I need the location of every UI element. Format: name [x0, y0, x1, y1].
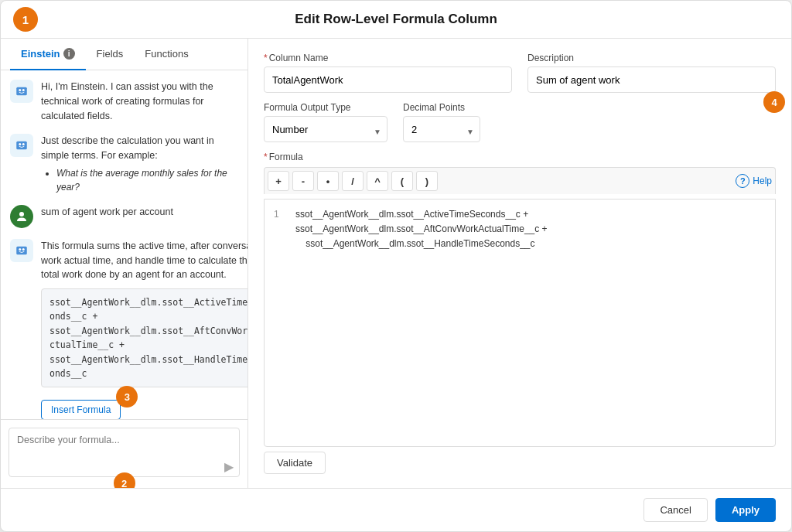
formula-suggestion: ssot__AgentWork__dlm.ssot__ActiveTimeSec… — [41, 288, 248, 387]
svg-point-5 — [22, 143, 25, 145]
line-number-1: 1 — [274, 207, 286, 252]
modal-title: Edit Row-Level Formula Column — [295, 12, 497, 26]
modal-footer: Cancel Apply — [1, 488, 791, 531]
validate-button[interactable]: Validate — [264, 452, 326, 474]
output-type-wrapper: Formula Output Type Number Text Date Boo… — [264, 102, 387, 142]
bot-avatar-2 — [10, 134, 33, 157]
apply-button[interactable]: Apply — [715, 498, 776, 522]
step-badge-4: 4 — [763, 91, 785, 113]
tab-fields[interactable]: Fields — [86, 39, 135, 70]
formula-close-paren-btn[interactable]: ) — [416, 171, 438, 191]
formula-line-1: 1 ssot__AgentWork__dlm.ssot__ActiveTimeS… — [274, 207, 766, 252]
decimal-points-wrapper: Decimal Points 2 0 1 3 4 5 ▼ — [403, 102, 480, 142]
step-badge-3: 3 — [116, 386, 138, 408]
formula-multiply-btn[interactable]: • — [317, 171, 339, 191]
bot-avatar-1 — [10, 80, 33, 103]
formula-input-area: ▶ 2 — [1, 419, 248, 488]
einstein-info-icon: i — [63, 48, 75, 60]
bot-avatar-3 — [10, 239, 33, 262]
decimal-points-select[interactable]: 2 0 1 3 4 5 — [403, 116, 480, 142]
right-panel: *Column Name Description Formula Output … — [248, 39, 791, 488]
description-input[interactable] — [527, 66, 776, 93]
cancel-button[interactable]: Cancel — [644, 498, 707, 522]
chat-bubble-2: Just describe the calculation you want i… — [41, 134, 238, 194]
left-panel: Einstein i Fields Functions — [1, 39, 248, 488]
form-row-2: Formula Output Type Number Text Date Boo… — [264, 102, 776, 142]
step-badge-1: 1 — [13, 7, 38, 32]
formula-power-btn[interactable]: ^ — [367, 171, 388, 191]
description-label: Description — [527, 53, 776, 63]
column-name-input[interactable] — [264, 66, 512, 93]
formula-minus-btn[interactable]: - — [292, 171, 314, 191]
chat-message-1: Hi, I'm Einstein. I can assist you with … — [10, 80, 238, 123]
formula-label: *Formula — [264, 152, 776, 162]
formula-describe-input[interactable] — [9, 428, 240, 477]
description-field: Description — [527, 53, 776, 93]
svg-rect-7 — [16, 247, 27, 255]
svg-point-4 — [19, 143, 21, 145]
formula-code-line1: ssot__AgentWork__dlm.ssot__ActiveTimeSec… — [295, 207, 766, 252]
chat-area: Hi, I'm Einstein. I can assist you with … — [1, 70, 248, 419]
edit-formula-modal: 1 Edit Row-Level Formula Column Einstein… — [0, 0, 792, 532]
formula-editor[interactable]: 1 ssot__AgentWork__dlm.ssot__ActiveTimeS… — [264, 199, 776, 447]
chat-bubble-user: sum of agent work per account — [41, 205, 173, 220]
tab-functions[interactable]: Functions — [134, 39, 199, 70]
formula-divide-btn[interactable]: / — [342, 171, 364, 191]
formula-toolbar: + - • / ^ ( ) ? Help — [264, 167, 776, 194]
chat-bubble-1: Hi, I'm Einstein. I can assist you with … — [41, 80, 238, 123]
decimal-points-label: Decimal Points — [403, 102, 480, 113]
chat-message-3: This formula sums the active time, after… — [10, 239, 238, 419]
chat-example: What is the average monthly sales for th… — [56, 166, 238, 194]
modal-header: 1 Edit Row-Level Formula Column — [1, 1, 791, 39]
form-row-1: *Column Name Description — [264, 53, 776, 93]
column-name-label: *Column Name — [264, 53, 512, 63]
svg-point-1 — [19, 89, 21, 91]
svg-point-8 — [19, 248, 21, 251]
formula-section: *Formula + - • / ^ ( ) ? Help — [264, 152, 776, 474]
step-badge-2: 2 — [114, 472, 135, 488]
formula-open-paren-btn[interactable]: ( — [391, 171, 413, 191]
svg-point-2 — [22, 89, 25, 91]
help-icon: ? — [736, 174, 749, 188]
column-name-field: *Column Name — [264, 53, 512, 93]
modal-body: Einstein i Fields Functions — [1, 39, 791, 488]
svg-rect-0 — [16, 87, 27, 96]
tab-bar: Einstein i Fields Functions — [1, 39, 248, 70]
chat-bubble-3: This formula sums the active time, after… — [41, 239, 248, 419]
formula-help-link[interactable]: ? Help — [736, 174, 772, 188]
insert-formula-button[interactable]: Insert Formula — [41, 400, 121, 419]
formula-plus-btn[interactable]: + — [268, 171, 289, 191]
svg-point-6 — [19, 212, 24, 217]
chat-message-user: sum of agent work per account — [10, 205, 238, 228]
output-type-select[interactable]: Number Text Date Boolean — [264, 116, 387, 142]
validate-row: Validate — [264, 452, 776, 474]
svg-rect-3 — [16, 142, 27, 150]
svg-point-9 — [22, 248, 25, 251]
user-avatar — [10, 205, 33, 228]
chat-message-2: Just describe the calculation you want i… — [10, 134, 238, 194]
send-button[interactable]: ▶ — [224, 459, 234, 474]
output-type-label: Formula Output Type — [264, 102, 387, 113]
tab-einstein[interactable]: Einstein i — [10, 39, 86, 70]
